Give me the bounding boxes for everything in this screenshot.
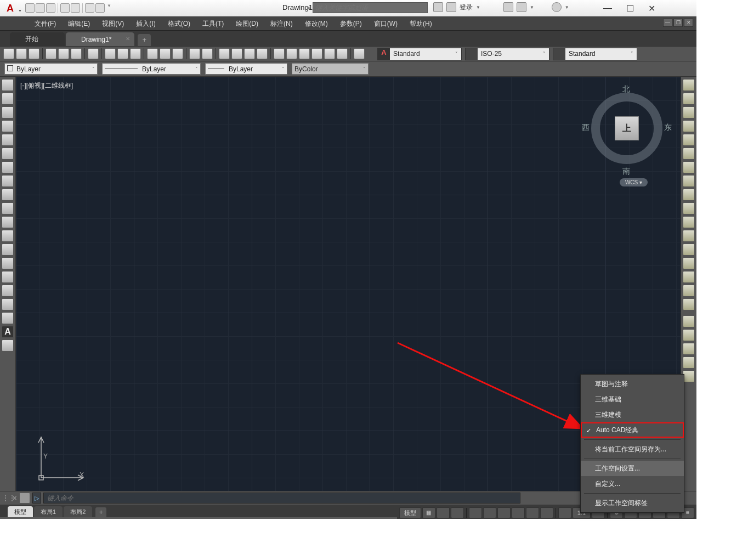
tb-undo-icon[interactable] bbox=[189, 48, 200, 59]
tab-start[interactable]: 开始 bbox=[10, 32, 65, 46]
tb-match-icon[interactable] bbox=[147, 48, 158, 59]
app-menu-dropdown-icon[interactable]: ▼ bbox=[18, 9, 22, 13]
line-tool-icon[interactable] bbox=[2, 79, 14, 91]
color-combo[interactable]: ByColor˅ bbox=[292, 63, 369, 75]
lineweight-combo[interactable]: ByLayer˅ bbox=[205, 63, 287, 75]
tb-layer-icon[interactable] bbox=[172, 48, 183, 59]
tb-pan-icon[interactable] bbox=[219, 48, 230, 59]
status-lwt-icon[interactable] bbox=[526, 507, 539, 518]
region-tool-icon[interactable] bbox=[2, 298, 14, 310]
help-dropdown-icon[interactable]: ▼ bbox=[565, 5, 569, 10]
a360-dropdown-icon[interactable]: ▼ bbox=[530, 5, 534, 10]
tab-close-icon[interactable]: ✕ bbox=[126, 36, 130, 42]
revcloud-tool-icon[interactable] bbox=[2, 175, 14, 187]
tb-new-icon[interactable] bbox=[3, 48, 14, 59]
popup-customize-button[interactable]: 自定义... bbox=[581, 476, 684, 491]
ellipsearc-tool-icon[interactable] bbox=[2, 216, 14, 228]
group2-tool-icon[interactable] bbox=[683, 329, 695, 341]
menu-format[interactable]: 格式(O) bbox=[162, 17, 196, 31]
addselected-tool-icon[interactable] bbox=[2, 340, 14, 352]
qat-redo-icon[interactable] bbox=[95, 3, 105, 13]
popup-3dmodel-button[interactable]: 三维建模 bbox=[581, 407, 684, 422]
status-polar-icon[interactable] bbox=[469, 507, 482, 518]
qat-save-icon[interactable] bbox=[46, 3, 55, 13]
tb-cut-icon[interactable] bbox=[105, 48, 116, 59]
qat-open-icon[interactable] bbox=[36, 3, 45, 13]
status-otrack-icon[interactable] bbox=[512, 507, 525, 518]
status-cycling-icon[interactable] bbox=[558, 507, 571, 518]
block-tool-icon[interactable] bbox=[2, 244, 14, 256]
tab-drawing1[interactable]: Drawing1*✕ bbox=[66, 32, 134, 46]
erase-tool-icon[interactable] bbox=[683, 79, 695, 91]
help-icon[interactable] bbox=[552, 2, 562, 12]
layer-combo[interactable]: ByLayer˅ bbox=[4, 63, 98, 75]
break-tool-icon[interactable] bbox=[683, 230, 695, 242]
cmd-prompt-icon[interactable]: ▷ bbox=[32, 493, 41, 504]
table-style-combo[interactable]: Standard˅ bbox=[553, 48, 637, 60]
menu-view[interactable]: 视图(V) bbox=[96, 17, 130, 31]
tb-dc-icon[interactable] bbox=[286, 48, 297, 59]
tb-zoomwin-icon[interactable] bbox=[244, 48, 255, 59]
tb-help-icon[interactable] bbox=[354, 48, 365, 59]
viewcube[interactable]: 上 北 南 东 西 bbox=[583, 84, 671, 172]
qat-expand-icon[interactable]: ▼ bbox=[107, 3, 111, 13]
tb-print-icon[interactable] bbox=[46, 48, 56, 59]
tb-calc-icon[interactable] bbox=[337, 48, 348, 59]
menu-dim[interactable]: 标注(N) bbox=[264, 17, 299, 31]
menu-file[interactable]: 文件(F) bbox=[29, 17, 62, 31]
scale-tool-icon[interactable] bbox=[683, 175, 695, 187]
popup-3dbasic-button[interactable]: 三维基础 bbox=[581, 392, 684, 407]
user-icon[interactable] bbox=[446, 2, 456, 12]
menu-window[interactable]: 窗口(W) bbox=[368, 17, 404, 31]
wcs-badge[interactable]: WCS ▾ bbox=[620, 178, 648, 186]
fillet-tool-icon[interactable] bbox=[683, 271, 695, 283]
tb-paste-icon[interactable] bbox=[130, 48, 141, 59]
menu-draw[interactable]: 绘图(D) bbox=[230, 17, 264, 31]
insert-tool-icon[interactable] bbox=[2, 230, 14, 242]
dim-style-combo[interactable]: ISO-25˅ bbox=[465, 48, 549, 60]
text-tool-icon[interactable]: A bbox=[2, 326, 14, 338]
group1-tool-icon[interactable] bbox=[683, 315, 695, 327]
tb-copy-icon[interactable] bbox=[117, 48, 128, 59]
tb-save-icon[interactable] bbox=[29, 48, 39, 59]
window-close-button[interactable]: ✕ bbox=[648, 3, 655, 14]
qat-saveas-icon[interactable] bbox=[60, 3, 70, 13]
binoculars-icon[interactable] bbox=[433, 2, 443, 12]
status-snap-icon[interactable] bbox=[437, 507, 450, 518]
layout-tab-1[interactable]: 布局1 bbox=[34, 506, 63, 517]
tab-add-button[interactable]: + bbox=[138, 34, 151, 46]
status-osnap-icon[interactable] bbox=[483, 507, 496, 518]
popup-saveas-button[interactable]: 将当前工作空间另存为... bbox=[581, 442, 684, 457]
linetype-combo[interactable]: ByLayer˅ bbox=[102, 63, 201, 75]
rotate-tool-icon[interactable] bbox=[683, 161, 695, 173]
popup-drafting-button[interactable]: 草图与注释 bbox=[581, 376, 684, 392]
viewcube-top-face[interactable]: 上 bbox=[615, 116, 639, 140]
polyline-tool-icon[interactable] bbox=[2, 106, 14, 118]
ellipse-tool-icon[interactable] bbox=[2, 202, 14, 214]
viewcube-east[interactable]: 东 bbox=[664, 123, 672, 133]
login-label[interactable]: 登录 bbox=[460, 3, 473, 12]
polygon-tool-icon[interactable] bbox=[2, 120, 14, 132]
popup-classic-button[interactable]: ✓Auto CAD经典 bbox=[581, 422, 684, 438]
tb-props-icon[interactable] bbox=[274, 48, 285, 59]
qat-plot-icon[interactable] bbox=[71, 3, 80, 13]
layout-add-button[interactable]: + bbox=[95, 507, 106, 517]
viewcube-west[interactable]: 西 bbox=[582, 123, 590, 133]
spline-tool-icon[interactable] bbox=[2, 189, 14, 201]
popup-showlabels-button[interactable]: 显示工作空间标签 bbox=[581, 495, 684, 511]
tb-redo-icon[interactable] bbox=[202, 48, 213, 59]
mdi-restore-button[interactable]: ❐ bbox=[673, 19, 683, 27]
qat-undo-icon[interactable] bbox=[85, 3, 94, 13]
menu-modify[interactable]: 修改(M) bbox=[299, 17, 334, 31]
viewcube-north[interactable]: 北 bbox=[622, 84, 630, 94]
chamfer-tool-icon[interactable] bbox=[683, 257, 695, 269]
autodesk360-icon[interactable] bbox=[517, 2, 526, 12]
blend-tool-icon[interactable] bbox=[683, 285, 695, 297]
mdi-close-button[interactable]: ✕ bbox=[684, 19, 693, 27]
status-model-button[interactable]: 模型 bbox=[399, 507, 421, 518]
login-dropdown-icon[interactable]: ▼ bbox=[476, 5, 480, 10]
mdi-minimize-button[interactable]: — bbox=[663, 19, 672, 27]
command-input[interactable] bbox=[43, 493, 520, 504]
window-minimize-button[interactable]: — bbox=[603, 3, 612, 14]
status-transparency-icon[interactable] bbox=[540, 507, 553, 518]
